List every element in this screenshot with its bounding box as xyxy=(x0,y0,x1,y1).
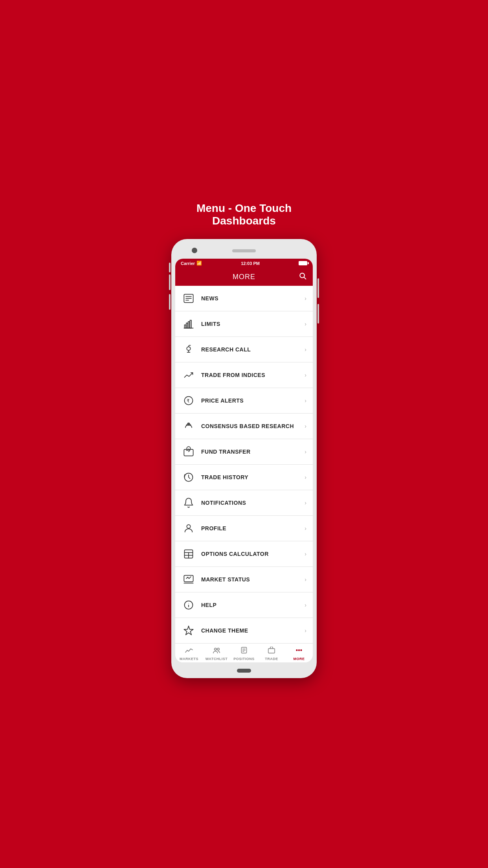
chevron-icon-options-calculator: › xyxy=(305,551,306,557)
chevron-icon-fund-transfer: › xyxy=(305,449,306,455)
change-theme-icon xyxy=(182,623,196,638)
svg-rect-9 xyxy=(190,320,192,328)
page-title: Menu - One Touch Dashboards xyxy=(163,202,325,227)
power-button xyxy=(317,278,319,298)
svg-point-31 xyxy=(217,648,219,650)
menu-item-research-call[interactable]: RESEARCH CALL › xyxy=(175,337,313,362)
home-button xyxy=(237,669,251,673)
chevron-icon-research-call: › xyxy=(305,346,306,353)
battery-icon xyxy=(299,261,307,265)
search-button[interactable] xyxy=(299,272,306,282)
menu-label-price-alerts: PRICE ALERTS xyxy=(201,397,305,404)
svg-point-0 xyxy=(300,273,305,278)
tab-label-markets: MARKETS xyxy=(180,657,198,661)
menu-item-trade-from-indices[interactable]: TRADE FROM INDICES › xyxy=(175,362,313,388)
side-button-mid xyxy=(317,304,319,324)
app-header: MORE xyxy=(175,268,313,286)
chevron-icon-help: › xyxy=(305,602,306,608)
menu-item-change-theme[interactable]: CHANGE THEME › xyxy=(175,618,313,643)
svg-point-11 xyxy=(187,347,190,350)
menu-list: NEWS › LIMITS › RESEARCH CALL xyxy=(175,286,313,643)
menu-label-help: HELP xyxy=(201,602,305,608)
chevron-icon-news: › xyxy=(305,295,306,302)
tab-label-trade: TRADE xyxy=(265,657,278,661)
menu-label-trade-from-indices: TRADE FROM INDICES xyxy=(201,372,305,378)
phone-camera xyxy=(192,248,197,253)
phone-screen: Carrier 📶 12:03 PM MORE xyxy=(175,259,313,662)
menu-item-consensus-research[interactable]: CONSENSUS BASED RESEARCH › xyxy=(175,414,313,439)
tab-more[interactable]: MORE xyxy=(285,647,313,661)
menu-item-help[interactable]: HELP › xyxy=(175,592,313,618)
tab-bar: MARKETS WATCHLIST xyxy=(175,643,313,662)
chevron-icon-limits: › xyxy=(305,321,306,327)
chevron-icon-trade-history: › xyxy=(305,474,306,480)
svg-point-30 xyxy=(215,648,216,650)
menu-item-news[interactable]: NEWS › xyxy=(175,286,313,311)
tab-label-more: MORE xyxy=(294,657,305,661)
menu-label-limits: LIMITS xyxy=(201,321,305,327)
svg-point-20 xyxy=(187,524,190,528)
mute-button xyxy=(169,263,171,272)
status-bar: Carrier 📶 12:03 PM xyxy=(175,259,313,268)
research-call-icon xyxy=(182,342,196,357)
volume-down-button xyxy=(169,294,171,310)
phone-frame: Carrier 📶 12:03 PM MORE xyxy=(171,239,317,678)
svg-line-1 xyxy=(304,278,306,279)
tab-trade[interactable]: TRADE xyxy=(258,647,285,661)
menu-item-options-calculator[interactable]: OPTIONS CALCULATOR › xyxy=(175,541,313,567)
menu-item-trade-history[interactable]: TRADE HISTORY › xyxy=(175,465,313,490)
svg-text:₹: ₹ xyxy=(187,398,190,403)
tab-positions[interactable]: POSITIONS xyxy=(230,647,258,661)
svg-rect-8 xyxy=(188,322,190,328)
market-status-icon xyxy=(182,572,196,587)
menu-item-notifications[interactable]: NOTIFICATIONS › xyxy=(175,490,313,516)
menu-label-research-call: RESEARCH CALL xyxy=(201,346,305,353)
more-tab-icon xyxy=(295,647,303,656)
menu-item-limits[interactable]: LIMITS › xyxy=(175,311,313,337)
svg-point-37 xyxy=(296,649,297,650)
chevron-icon-market-status: › xyxy=(305,576,306,583)
tab-watchlist[interactable]: WATCHLIST xyxy=(203,647,230,661)
menu-item-profile[interactable]: PROFILE › xyxy=(175,516,313,541)
svg-point-39 xyxy=(301,649,301,650)
consensus-research-icon xyxy=(182,419,196,433)
svg-rect-6 xyxy=(185,325,186,328)
wifi-icon: 📶 xyxy=(196,261,202,266)
menu-label-profile: PROFILE xyxy=(201,525,305,531)
chevron-icon-change-theme: › xyxy=(305,627,306,634)
menu-label-notifications: NOTIFICATIONS xyxy=(201,500,305,506)
carrier-label: Carrier 📶 xyxy=(181,261,202,266)
search-icon xyxy=(299,272,306,280)
svg-point-29 xyxy=(188,603,189,603)
menu-label-news: NEWS xyxy=(201,295,305,302)
phone-speaker xyxy=(232,249,256,252)
trade-indices-icon xyxy=(182,368,196,382)
app-header-title: MORE xyxy=(233,273,255,281)
svg-point-38 xyxy=(299,649,299,650)
page-wrapper: Menu - One Touch Dashboards Carrier 📶 12… xyxy=(163,190,325,678)
help-icon xyxy=(182,598,196,612)
menu-item-price-alerts[interactable]: ₹ PRICE ALERTS › xyxy=(175,388,313,414)
svg-rect-7 xyxy=(186,323,188,328)
chevron-icon-trade-from-indices: › xyxy=(305,372,306,378)
menu-label-options-calculator: OPTIONS CALCULATOR xyxy=(201,551,305,557)
menu-item-fund-transfer[interactable]: FUND TRANSFER › xyxy=(175,439,313,465)
tab-markets[interactable]: MARKETS xyxy=(175,647,203,661)
status-time: 12:03 PM xyxy=(241,261,260,266)
profile-icon xyxy=(182,521,196,535)
chevron-icon-consensus-research: › xyxy=(305,423,306,429)
menu-item-market-status[interactable]: MARKET STATUS › xyxy=(175,567,313,592)
tab-label-positions: POSITIONS xyxy=(233,657,255,661)
menu-label-change-theme: CHANGE THEME xyxy=(201,627,305,634)
tab-label-watchlist: WATCHLIST xyxy=(205,657,227,661)
options-calculator-icon xyxy=(182,547,196,561)
trade-tab-icon xyxy=(267,647,276,656)
positions-tab-icon xyxy=(240,647,248,656)
svg-rect-36 xyxy=(268,648,275,653)
notifications-icon xyxy=(182,496,196,510)
chevron-icon-profile: › xyxy=(305,525,306,531)
price-alerts-icon: ₹ xyxy=(182,394,196,408)
chevron-icon-price-alerts: › xyxy=(305,397,306,404)
news-icon xyxy=(182,291,196,305)
fund-transfer-icon xyxy=(182,445,196,459)
